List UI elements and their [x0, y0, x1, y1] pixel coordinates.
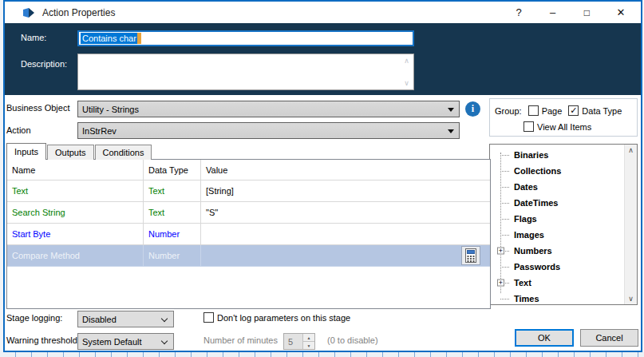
data-items-tree: Binaries Collections Dates DateTimes Fla… — [489, 144, 638, 305]
calculator-icon — [465, 248, 476, 263]
param-value[interactable] — [201, 245, 490, 267]
minutes-spinner[interactable]: 5 ▲ ▼ — [283, 333, 315, 350]
dont-log-label: Don't log parameters on this stage — [217, 313, 350, 323]
param-value[interactable] — [201, 224, 490, 245]
table-row[interactable]: Text Text [String] — [7, 180, 490, 202]
param-value[interactable]: [String] — [201, 180, 490, 202]
dont-log-checkbox[interactable] — [203, 312, 214, 323]
param-data-type: Number — [144, 224, 201, 245]
spinner-down-icon[interactable]: ▼ — [303, 342, 314, 349]
view-all-items-checkbox[interactable] — [523, 121, 534, 132]
data-type-checkbox[interactable]: ✓ — [568, 105, 579, 116]
dropdown-arrow-icon — [448, 108, 454, 112]
expand-plus-icon[interactable]: + — [497, 280, 504, 287]
table-row[interactable]: Search String Text "S" — [7, 202, 490, 224]
param-data-type: Text — [144, 202, 201, 224]
tree-item-numbers[interactable]: + Numbers — [490, 243, 623, 259]
title-bar: Action Properties ? – □ ✕ — [5, 2, 641, 23]
param-name: Start Byte — [7, 224, 144, 245]
action-properties-dialog: Action Properties ? – □ ✕ Name: Contains… — [3, 0, 642, 352]
dont-log-checkbox-group: Don't log parameters on this stage — [203, 312, 350, 323]
tree-item-flags[interactable]: Flags — [490, 211, 623, 227]
tab-inputs[interactable]: Inputs — [6, 143, 46, 160]
expression-editor-button[interactable] — [461, 246, 480, 265]
spinner-up-icon[interactable]: ▲ — [303, 334, 314, 342]
header-panel: Name: Contains char Description: ∧ ∨ — [5, 23, 641, 95]
description-input[interactable]: ∧ ∨ — [77, 54, 414, 90]
param-name: Search String — [7, 202, 144, 224]
param-value[interactable]: "S" — [201, 202, 490, 224]
action-dropdown[interactable]: InStrRev — [77, 122, 460, 139]
action-label: Action — [6, 125, 31, 135]
tree-item-datetimes[interactable]: DateTimes — [490, 195, 623, 211]
page-checkbox[interactable] — [528, 105, 539, 116]
tree-item-collections[interactable]: Collections — [490, 163, 623, 179]
column-header-value: Value — [201, 160, 490, 180]
warning-threshold-value: System Default — [82, 337, 142, 347]
ok-button[interactable]: OK — [515, 329, 574, 347]
spinner-buttons[interactable]: ▲ ▼ — [302, 334, 314, 349]
dialog-title: Action Properties — [42, 7, 115, 18]
view-all-items-label: View All Items — [537, 122, 591, 132]
inputs-table: Name Data Type Value Text Text [String] … — [6, 159, 491, 309]
dropdown-arrow-icon — [448, 129, 454, 133]
scroll-down-icon[interactable]: ∨ — [628, 295, 634, 303]
minutes-value: 5 — [284, 334, 302, 349]
close-icon[interactable]: ✕ — [609, 3, 633, 22]
table-row-selected[interactable]: Compare Method Number — [7, 245, 490, 267]
cancel-button[interactable]: Cancel — [580, 329, 638, 347]
tree-item-times[interactable]: Times — [490, 291, 623, 307]
param-name: Compare Method — [7, 245, 144, 267]
stage-logging-dropdown[interactable]: Disabled — [77, 311, 174, 327]
tree-item-passwords[interactable]: Passwords — [490, 259, 623, 275]
parameter-tabs: Inputs Outputs Conditions — [6, 143, 152, 160]
table-row[interactable]: Start Byte Number — [7, 224, 490, 245]
warning-threshold-dropdown[interactable]: System Default — [77, 333, 174, 350]
scroll-down-icon[interactable]: ∨ — [404, 79, 409, 87]
param-data-type: Number — [144, 245, 201, 267]
business-object-dropdown[interactable]: Utility - Strings — [77, 101, 460, 117]
window-controls: ? – □ ✕ — [507, 2, 633, 23]
param-name: Text — [7, 180, 144, 202]
table-header-row: Name Data Type Value — [7, 160, 490, 180]
group-options-box: Group: Page ✓ Data Type View All Items — [489, 98, 638, 137]
param-data-type: Text — [144, 180, 201, 202]
help-icon[interactable]: ? — [507, 3, 531, 22]
tree-scrollbar[interactable]: ∧ ∨ — [624, 145, 637, 304]
tree-item-text[interactable]: + Text — [490, 275, 623, 291]
column-header-name: Name — [7, 160, 144, 180]
column-header-data-type: Data Type — [144, 160, 201, 180]
action-value: InStrRev — [82, 126, 117, 136]
minutes-hint: (0 to disable) — [327, 335, 378, 345]
chevron-down-icon — [161, 315, 168, 322]
stage-logging-value: Disabled — [82, 315, 117, 324]
name-value-selected: Contains char — [81, 33, 137, 44]
tree-item-binaries[interactable]: Binaries — [490, 147, 623, 163]
scroll-up-icon[interactable]: ∧ — [404, 57, 409, 65]
maximize-icon[interactable]: □ — [575, 3, 599, 22]
page-checkbox-label: Page — [542, 106, 563, 116]
name-input[interactable]: Contains char — [77, 30, 414, 46]
check-icon: ✓ — [570, 106, 577, 115]
number-of-minutes-label: Number of minutes — [203, 335, 278, 345]
expand-plus-icon[interactable]: + — [497, 248, 504, 255]
scroll-up-icon[interactable]: ∧ — [628, 146, 634, 154]
name-label: Name: — [21, 33, 46, 42]
data-type-checkbox-label: Data Type — [582, 106, 622, 116]
business-object-label: Business Object — [6, 103, 69, 113]
description-label: Description: — [21, 59, 67, 69]
group-label: Group: — [495, 106, 522, 116]
action-stage-icon — [22, 7, 35, 18]
business-object-value: Utility - Strings — [82, 105, 139, 114]
minimize-icon[interactable]: – — [541, 3, 565, 22]
text-caret — [137, 33, 141, 44]
chevron-down-icon — [161, 338, 168, 344]
stage-logging-label: Stage logging: — [6, 313, 62, 323]
tree-item-images[interactable]: Images — [490, 227, 623, 243]
description-scrollbar[interactable]: ∧ ∨ — [401, 55, 413, 89]
info-icon[interactable]: i — [465, 101, 480, 117]
warning-threshold-label: Warning threshold: — [6, 335, 80, 345]
tab-conditions[interactable]: Conditions — [95, 145, 152, 160]
tab-outputs[interactable]: Outputs — [47, 145, 94, 160]
tree-item-dates[interactable]: Dates — [490, 179, 623, 195]
